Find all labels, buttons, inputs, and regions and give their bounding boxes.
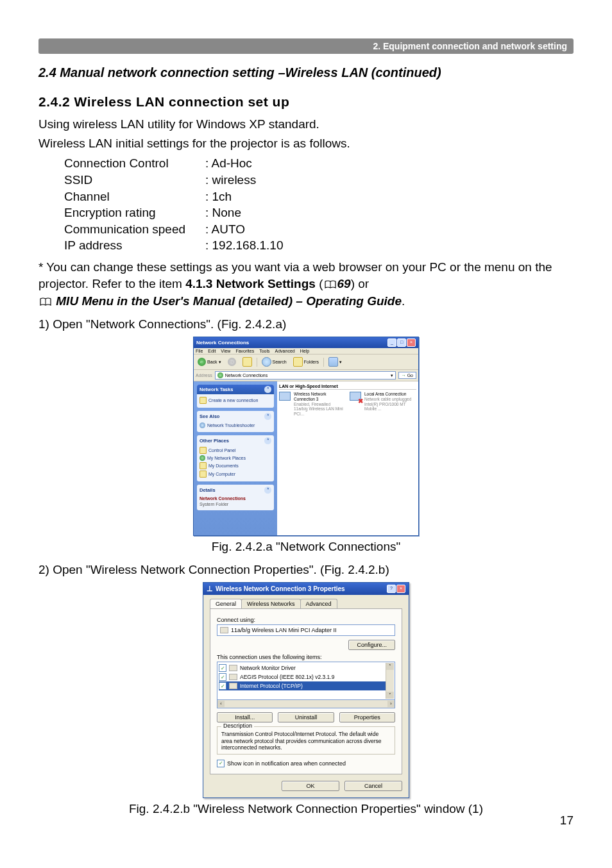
scroll-left-icon[interactable]: ‹ xyxy=(217,701,225,707)
collapse-icon[interactable]: ˄ xyxy=(264,413,271,420)
sidebar-item-troubleshooter[interactable]: Network Troubleshooter xyxy=(200,422,271,429)
views-button[interactable]: ▾ xyxy=(327,356,344,367)
documents-icon xyxy=(200,462,207,469)
menu-edit[interactable]: Edit xyxy=(208,349,216,353)
setting-value: : Ad-Hoc xyxy=(205,155,252,172)
go-button[interactable]: →Go xyxy=(398,372,416,379)
sidebar-item-create-connection[interactable]: Create a new connection xyxy=(200,396,271,405)
setting-row: Encryption rating : None xyxy=(64,204,574,221)
folders-icon xyxy=(293,357,303,367)
checkbox-icon[interactable]: ✓ xyxy=(219,673,226,681)
connection-lan[interactable]: ✖ Local Area Connection Network cable un… xyxy=(350,392,414,417)
note-paren-open: ( xyxy=(316,277,323,290)
menu-favorites[interactable]: Favorites xyxy=(235,349,254,353)
dialog-titlebar[interactable]: ⊥ Wireless Network Connection 3 Properti… xyxy=(203,583,409,595)
checkbox-icon[interactable]: ✓ xyxy=(219,682,226,690)
address-input[interactable]: Network Connections ▾ xyxy=(215,371,396,380)
sidebar-item-my-computer[interactable]: My Computer xyxy=(200,470,271,478)
connection-wireless[interactable]: Wireless Network Connection 3 Enabled, F… xyxy=(279,392,343,417)
tab-advanced[interactable]: Advanced xyxy=(300,599,337,608)
list-item[interactable]: ✓ Network Monitor Driver xyxy=(219,664,393,672)
horizontal-scrollbar[interactable]: ‹ › xyxy=(217,699,395,708)
dialog-footer: OK Cancel xyxy=(210,781,402,791)
cancel-button[interactable]: Cancel xyxy=(344,781,402,791)
panel-head-label: See Also xyxy=(200,413,219,419)
scroll-right-icon[interactable]: › xyxy=(387,701,395,707)
collapse-icon[interactable]: ˄ xyxy=(264,386,271,393)
go-label: Go xyxy=(407,373,413,378)
list-item-label: AEGIS Protocol (IEEE 802.1x) v2.3.1.9 xyxy=(240,674,334,680)
search-button[interactable]: Search xyxy=(260,356,289,367)
sidebar-item-control-panel[interactable]: Control Panel xyxy=(200,446,271,455)
search-label: Search xyxy=(273,360,287,364)
menu-tools[interactable]: Tools xyxy=(259,349,269,353)
window-body: Network Tasks ˄ Create a new connection … xyxy=(194,381,418,535)
collapse-icon[interactable]: ˄ xyxy=(264,437,271,444)
close-button[interactable]: × xyxy=(396,585,405,593)
new-connection-icon xyxy=(200,397,207,404)
conn-line-1: Wireless Network Connection 3 xyxy=(294,392,343,402)
help-button[interactable]: ? xyxy=(387,585,396,593)
subsection-title: 2.4.2 Wireless LAN connection set up xyxy=(38,94,574,110)
book-icon xyxy=(325,277,336,294)
menu-file[interactable]: File xyxy=(196,349,203,353)
connection-text: Wireless Network Connection 3 Enabled, F… xyxy=(294,392,343,417)
sidebar-item-my-documents[interactable]: My Documents xyxy=(200,462,271,470)
back-button[interactable]: ←Back ▾ xyxy=(196,357,223,367)
protocol-icon xyxy=(229,674,237,680)
scroll-up-icon[interactable]: ˄ xyxy=(386,663,394,670)
collapse-icon[interactable]: ˄ xyxy=(264,487,271,494)
up-button[interactable] xyxy=(241,356,254,367)
show-icon-checkbox[interactable]: ✓ xyxy=(217,760,225,767)
note-period: . xyxy=(402,294,405,308)
minimize-button[interactable]: _ xyxy=(387,338,396,347)
setting-label: SSID xyxy=(64,172,205,188)
adapter-icon xyxy=(220,627,228,633)
ok-button[interactable]: OK xyxy=(282,781,339,791)
panel-head-label: Details xyxy=(200,487,216,493)
properties-button[interactable]: Properties xyxy=(339,712,395,722)
maximize-button[interactable]: □ xyxy=(397,338,406,347)
uninstall-button[interactable]: Uninstall xyxy=(278,712,334,722)
list-item[interactable]: ✓ AEGIS Protocol (IEEE 802.1x) v2.3.1.9 xyxy=(219,672,393,681)
setting-row: SSID : wireless xyxy=(64,172,574,188)
menu-advanced[interactable]: Advanced xyxy=(275,349,295,353)
install-button[interactable]: Install... xyxy=(217,712,273,722)
panel-head[interactable]: Other Places ˄ xyxy=(200,437,271,444)
list-item-selected[interactable]: ✓ Internet Protocol (TCP/IP) xyxy=(219,681,393,690)
vertical-scrollbar[interactable]: ˄ ˅ xyxy=(386,663,394,699)
tab-general[interactable]: General xyxy=(210,599,242,608)
network-icon xyxy=(217,372,223,378)
panel-head[interactable]: Network Tasks ˄ xyxy=(197,385,274,394)
checkbox-icon[interactable]: ✓ xyxy=(219,664,226,672)
menu-view[interactable]: View xyxy=(221,349,230,353)
group-header: LAN or High-Speed Internet xyxy=(279,383,416,390)
folders-button[interactable]: Folders xyxy=(291,356,321,367)
panel-details: Details ˄ Network Connections System Fol… xyxy=(197,485,274,510)
tab-wireless-networks[interactable]: Wireless Networks xyxy=(241,599,301,608)
panel-other-places: Other Places ˄ Control Panel My Network … xyxy=(197,435,274,481)
panel-head[interactable]: See Also ˄ xyxy=(200,413,271,420)
setting-label: Encryption rating xyxy=(64,204,205,221)
forward-button[interactable]: → xyxy=(226,357,238,367)
details-line-1: Network Connections xyxy=(200,496,271,501)
address-bar: Address Network Connections ▾ →Go xyxy=(194,370,418,381)
back-icon: ← xyxy=(198,358,206,366)
protocol-icon xyxy=(229,683,237,689)
setting-row: Communication speed : AUTO xyxy=(64,221,574,238)
tab-panel-general: Connect using: 11a/b/g Wireless LAN Mini… xyxy=(210,608,402,774)
panel-head[interactable]: Details ˄ xyxy=(200,487,271,494)
scroll-down-icon[interactable]: ˅ xyxy=(386,692,394,699)
items-list[interactable]: ✓ Network Monitor Driver ✓ AEGIS Protoco… xyxy=(217,662,395,700)
settings-list: Connection Control : Ad-Hoc SSID : wirel… xyxy=(64,155,574,254)
sidebar-item-network-places[interactable]: My Network Places xyxy=(200,455,271,462)
folder-up-icon xyxy=(242,357,252,367)
close-button[interactable]: × xyxy=(407,338,416,347)
panel-see-also: See Also ˄ Network Troubleshooter xyxy=(197,411,274,432)
configure-button[interactable]: Configure... xyxy=(348,640,395,650)
back-label: Back xyxy=(207,360,217,364)
wireless-icon: ⊥ xyxy=(207,585,213,593)
window-titlebar[interactable]: Network Connections _ □ × xyxy=(194,337,418,348)
list-item-label: Internet Protocol (TCP/IP) xyxy=(240,683,303,689)
menu-help[interactable]: Help xyxy=(300,349,309,353)
